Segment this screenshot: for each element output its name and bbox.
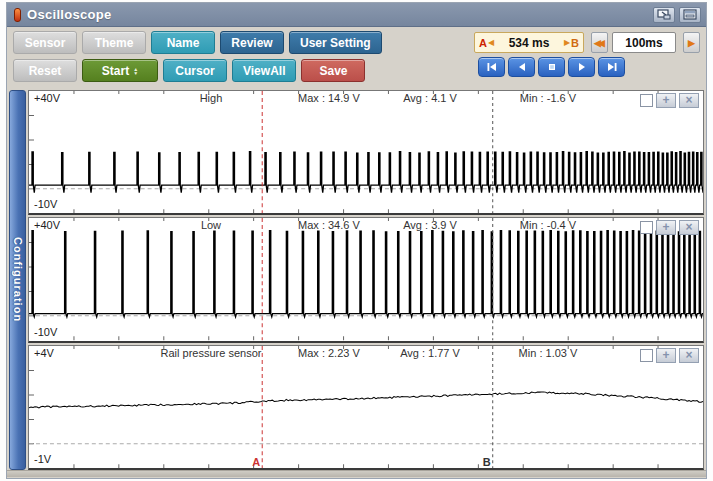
cursor-range-display[interactable]: A ◀ 534 ms ▶ B — [474, 32, 584, 53]
viewall-button[interactable]: ViewAll — [232, 59, 296, 82]
right-arrow-icon: ▶ — [688, 38, 695, 48]
step-forward-icon — [576, 61, 588, 73]
channel-name-low: Low — [201, 219, 221, 231]
voltage-min-label-rail-pressure: -1V — [34, 453, 51, 465]
playback-bar — [478, 57, 625, 77]
stat-min-rail-pressure: Min : 1.03 V — [519, 347, 578, 359]
minimize-icon — [683, 9, 697, 20]
voltage-min-label-low: -10V — [34, 326, 57, 338]
theme-button-label: Theme — [95, 36, 134, 50]
cursor-a-label: A — [252, 456, 260, 468]
channel-plus-button-high[interactable]: + — [656, 93, 676, 108]
stat-max-high: Max : 14.9 V — [298, 92, 360, 104]
timebase-decrease-button[interactable]: ◀◀ — [591, 32, 608, 53]
skip-to-start-icon — [486, 61, 498, 73]
voltage-min-label-high: -10V — [34, 198, 57, 210]
channel-panel-high: +40V-10VHighMax : 14.9 VAvg : 4.1 VMin :… — [28, 90, 704, 215]
save-button-label: Save — [319, 64, 347, 78]
waveform-plot-rail-pressure — [29, 346, 703, 468]
cursor-b-marker: B — [571, 37, 579, 49]
reset-button[interactable]: Reset — [13, 59, 77, 82]
stat-avg-rail-pressure: Avg : 1.77 V — [400, 347, 460, 359]
reset-button-label: Reset — [29, 64, 62, 78]
popout-window-button[interactable] — [653, 7, 675, 23]
bottom-strip — [7, 470, 706, 477]
name-button[interactable]: Name — [151, 31, 215, 54]
save-button[interactable]: Save — [301, 59, 365, 82]
channel-panels: +40V-10VHighMax : 14.9 VAvg : 4.1 VMin :… — [28, 90, 704, 470]
stat-max-rail-pressure: Max : 2.23 V — [298, 347, 360, 359]
channel-name-high: High — [200, 92, 223, 104]
voltage-max-label-low: +40V — [34, 219, 60, 231]
review-button-label: Review — [231, 36, 272, 50]
timebase-increase-button[interactable]: ▶ — [683, 32, 700, 53]
viewall-button-label: ViewAll — [243, 64, 285, 78]
stat-min-high: Min : -1.6 V — [520, 92, 576, 104]
user-setting-button-label: User Setting — [300, 36, 371, 50]
close-icon: × — [685, 93, 692, 107]
playback-next-button[interactable] — [568, 57, 595, 77]
theme-button[interactable]: Theme — [82, 31, 146, 54]
voltage-max-label-high: +40V — [34, 92, 60, 104]
waveform-plot-low — [29, 218, 703, 340]
review-button[interactable]: Review — [220, 31, 284, 54]
timebase-display[interactable]: 100ms — [612, 32, 676, 53]
scope-content: Configuration +40V-10VHighMax : 14.9 VAv… — [7, 89, 706, 470]
channel-plus-button-low[interactable]: + — [656, 220, 676, 235]
channel-close-button-low[interactable]: × — [679, 220, 699, 235]
start-button-label: Start — [102, 64, 129, 78]
channel-name-rail-pressure: Rail pressure sensor — [161, 347, 262, 359]
toolbar: SensorThemeNameReviewUser SettingResetSt… — [7, 27, 706, 89]
minimize-window-button[interactable] — [679, 7, 701, 23]
plus-icon: + — [662, 93, 669, 107]
range-right-arrow-icon: ▶ — [563, 38, 571, 47]
oscilloscope-window: Oscilloscope SensorThemeNameReviewUser S… — [6, 2, 707, 479]
stat-avg-high: Avg : 4.1 V — [403, 92, 457, 104]
channel-close-button-high[interactable]: × — [679, 93, 699, 108]
screen: Oscilloscope SensorThemeNameReviewUser S… — [0, 0, 713, 481]
waveform-plot-high — [29, 91, 703, 213]
playback-prev-button[interactable] — [508, 57, 535, 77]
range-left-arrow-icon: ◀ — [487, 38, 495, 47]
waveform-trace — [29, 231, 703, 317]
configuration-tab[interactable]: Configuration — [9, 90, 26, 470]
cursor-button[interactable]: Cursor — [163, 59, 227, 82]
channel-panel-low: +40V-10VLowMax : 34.6 VAvg : 3.9 VMin : … — [28, 217, 704, 342]
close-icon: × — [685, 348, 692, 362]
playback-stop-button[interactable] — [538, 57, 565, 77]
titlebar: Oscilloscope — [7, 3, 706, 27]
stop-icon — [546, 61, 558, 73]
skip-to-end-icon — [606, 61, 618, 73]
waveform-trace — [29, 152, 703, 193]
start-button[interactable]: Start▲▼ — [82, 59, 158, 82]
plus-icon: + — [662, 220, 669, 234]
stat-min-low: Min : -0.4 V — [520, 219, 576, 231]
channel-controls-high: +× — [640, 93, 699, 108]
cursor-button-label: Cursor — [175, 64, 214, 78]
channel-checkbox-low[interactable] — [640, 221, 653, 234]
start-spinner-icon: ▲▼ — [133, 67, 138, 75]
sensor-button[interactable]: Sensor — [13, 31, 77, 54]
channel-checkbox-rail-pressure[interactable] — [640, 349, 653, 362]
close-icon: × — [685, 220, 692, 234]
cursor-b-label: B — [483, 456, 491, 468]
channel-close-button-rail-pressure[interactable]: × — [679, 348, 699, 363]
user-setting-button[interactable]: User Setting — [289, 31, 382, 54]
playback-last-button[interactable] — [598, 57, 625, 77]
stat-max-low: Max : 34.6 V — [298, 219, 360, 231]
channel-controls-low: +× — [640, 220, 699, 235]
time-row: A ◀ 534 ms ▶ B ◀◀ 100ms ▶ — [474, 32, 700, 53]
name-button-label: Name — [167, 36, 200, 50]
toolbar-button-grid: SensorThemeNameReviewUser SettingResetSt… — [13, 31, 382, 87]
step-back-icon — [516, 61, 528, 73]
channel-plus-button-rail-pressure[interactable]: + — [656, 348, 676, 363]
cursor-range-value: 534 ms — [495, 36, 563, 50]
waveform-trace — [29, 392, 703, 408]
channel-checkbox-high[interactable] — [640, 94, 653, 107]
cursor-a-marker: A — [479, 37, 487, 49]
time-controls: A ◀ 534 ms ▶ B ◀◀ 100ms ▶ — [474, 31, 700, 87]
channel-panel-rail-pressure: +4V-1VRail pressure sensorMax : 2.23 VAv… — [28, 345, 704, 470]
double-left-arrow-icon: ◀◀ — [594, 38, 602, 48]
playback-first-button[interactable] — [478, 57, 505, 77]
plus-icon: + — [662, 348, 669, 362]
